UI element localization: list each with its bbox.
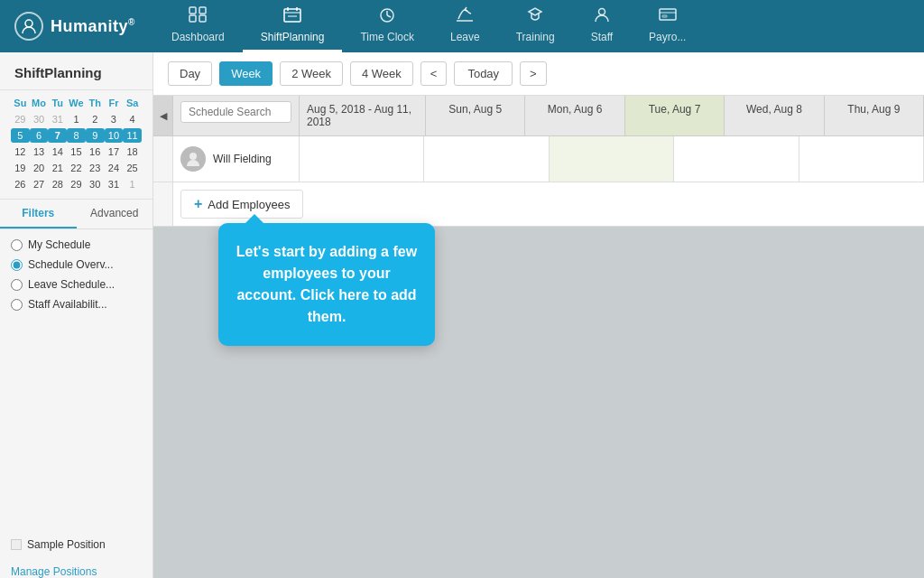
nav-leave-label: Leave bbox=[450, 31, 480, 43]
cal-cell[interactable]: 2 bbox=[86, 112, 105, 126]
day-col-wed: Wed, Aug 8 bbox=[725, 96, 824, 135]
schedule-header-bar: ◀ Aug 5, 2018 - Aug 11, 2018 Sun, Aug 5 … bbox=[153, 96, 924, 136]
timeclock-icon bbox=[378, 6, 396, 27]
cal-cell[interactable]: 13 bbox=[30, 144, 49, 159]
nav-item-staff[interactable]: Staff bbox=[573, 0, 631, 52]
content-area: Day Week 2 Week 4 Week < Today > ◀ Aug 5… bbox=[153, 52, 924, 578]
cal-cell[interactable]: 1 bbox=[123, 177, 142, 191]
date-range: Aug 5, 2018 - Aug 11, 2018 bbox=[300, 96, 426, 135]
nav-item-training[interactable]: Training bbox=[498, 0, 573, 52]
cal-cell[interactable]: 27 bbox=[30, 177, 49, 191]
cal-cell[interactable]: 6 bbox=[30, 128, 49, 143]
cal-cell[interactable]: 23 bbox=[86, 161, 105, 175]
emp-tue-cell bbox=[550, 136, 674, 182]
cal-cell[interactable]: 29 bbox=[67, 177, 86, 191]
cal-cell[interactable]: 11 bbox=[123, 128, 142, 143]
cal-cell[interactable]: 24 bbox=[105, 161, 124, 175]
nav-item-leave[interactable]: Leave bbox=[432, 0, 498, 52]
add-employees-label: Add Employees bbox=[208, 198, 290, 211]
nav-item-dashboard[interactable]: Dashboard bbox=[153, 0, 243, 52]
cal-cell[interactable]: 15 bbox=[67, 144, 86, 159]
cal-cell[interactable]: 19 bbox=[11, 161, 30, 175]
cal-cell[interactable]: 14 bbox=[48, 144, 67, 159]
add-emp-spacer bbox=[153, 182, 173, 226]
filter-schedule-overview[interactable]: Schedule Overv... bbox=[11, 258, 142, 271]
cal-cell[interactable]: 31 bbox=[48, 112, 67, 126]
nav-item-timeclock[interactable]: Time Clock bbox=[342, 0, 432, 52]
cal-cell[interactable]: 8 bbox=[67, 128, 86, 143]
cal-cell[interactable]: 12 bbox=[11, 144, 30, 159]
filter-options: My Schedule Schedule Overv... Leave Sche… bbox=[0, 229, 152, 538]
nav-items: Dashboard ShiftPlanning bbox=[153, 0, 924, 52]
nav-dashboard-label: Dashboard bbox=[171, 31, 225, 43]
next-period-button[interactable]: > bbox=[520, 61, 547, 86]
cal-cell[interactable]: 21 bbox=[48, 161, 67, 175]
nav-payroll-label: Payro... bbox=[649, 31, 686, 43]
mini-calendar: Su Mo Tu We Th Fr Sa 29 30 31 1 2 3 4 5 … bbox=[0, 90, 152, 200]
employee-info: Will Fielding bbox=[173, 136, 300, 182]
tooltip-bubble: Let's start by adding a few employees to… bbox=[218, 223, 435, 346]
svg-point-0 bbox=[25, 20, 32, 27]
emp-mon-cell bbox=[424, 136, 549, 182]
employee-avatar bbox=[180, 146, 206, 172]
filter-my-schedule[interactable]: My Schedule bbox=[11, 238, 142, 251]
cal-cell[interactable]: 16 bbox=[86, 144, 105, 159]
day-col-mon: Mon, Aug 6 bbox=[525, 96, 624, 135]
svg-rect-15 bbox=[660, 9, 676, 20]
cal-cell[interactable]: 26 bbox=[11, 177, 30, 191]
tab-advanced[interactable]: Advanced bbox=[77, 200, 153, 228]
add-employees-button[interactable]: + Add Employees bbox=[180, 190, 303, 219]
day-col-thu: Thu, Aug 9 bbox=[825, 96, 924, 135]
svg-rect-4 bbox=[199, 15, 206, 22]
tab-filters[interactable]: Filters bbox=[0, 200, 77, 228]
collapse-button[interactable]: ◀ bbox=[153, 96, 173, 135]
top-navigation: Humanity® Dashboard bbox=[0, 0, 924, 52]
cal-cell[interactable]: 30 bbox=[30, 112, 49, 126]
cal-cell[interactable]: 29 bbox=[11, 112, 30, 126]
search-column bbox=[173, 96, 300, 135]
cal-cell[interactable]: 20 bbox=[30, 161, 49, 175]
cal-cell[interactable]: 4 bbox=[123, 112, 142, 126]
position-color bbox=[11, 539, 22, 550]
cal-cell[interactable]: 30 bbox=[86, 177, 105, 191]
cal-cell[interactable]: 10 bbox=[105, 128, 124, 143]
schedule-search-input[interactable] bbox=[180, 101, 291, 123]
dashboard-icon bbox=[189, 6, 207, 27]
cal-cell[interactable]: 5 bbox=[11, 128, 30, 143]
cal-cell[interactable]: 22 bbox=[67, 161, 86, 175]
manage-positions-link[interactable]: Manage Positions bbox=[0, 565, 152, 578]
cal-cell[interactable]: 28 bbox=[48, 177, 67, 191]
add-employees-row: + Add Employees Let's start by adding a … bbox=[153, 182, 924, 227]
cal-cell[interactable]: 3 bbox=[105, 112, 124, 126]
cal-cell[interactable]: 31 bbox=[105, 177, 124, 191]
filter-leave-schedule[interactable]: Leave Schedule... bbox=[11, 278, 142, 291]
app-name: Humanity® bbox=[51, 17, 135, 36]
nav-item-payroll[interactable]: Payro... bbox=[631, 0, 704, 52]
view-day-button[interactable]: Day bbox=[168, 61, 212, 86]
svg-rect-2 bbox=[199, 7, 206, 14]
calendar-grid: 29 30 31 1 2 3 4 5 6 7 8 9 10 11 12 13 1… bbox=[11, 112, 142, 191]
svg-rect-5 bbox=[284, 9, 300, 22]
day-col-sun: Sun, Aug 5 bbox=[426, 96, 525, 135]
view-week-button[interactable]: Week bbox=[219, 61, 273, 86]
cal-cell[interactable]: 18 bbox=[123, 144, 142, 159]
filter-staff-availability[interactable]: Staff Availabilit... bbox=[11, 298, 142, 311]
cal-cell-today[interactable]: 7 bbox=[48, 128, 67, 143]
today-button[interactable]: Today bbox=[454, 61, 513, 86]
employee-row: Will Fielding bbox=[153, 136, 924, 182]
nav-item-shiftplanning[interactable]: ShiftPlanning bbox=[243, 0, 343, 52]
chevron-left-icon: ◀ bbox=[160, 110, 167, 122]
cal-cell[interactable]: 25 bbox=[123, 161, 142, 175]
sidebar-title: ShiftPlanning bbox=[0, 52, 152, 90]
cal-cell[interactable]: 1 bbox=[67, 112, 86, 126]
add-employees-wrapper: + Add Employees Let's start by adding a … bbox=[173, 182, 310, 226]
view-4week-button[interactable]: 4 Week bbox=[350, 61, 413, 86]
cal-cell[interactable]: 17 bbox=[105, 144, 124, 159]
prev-period-button[interactable]: < bbox=[420, 61, 448, 86]
cal-cell[interactable]: 9 bbox=[86, 128, 105, 143]
nav-timeclock-label: Time Clock bbox=[360, 31, 414, 43]
view-2week-button[interactable]: 2 Week bbox=[280, 61, 343, 86]
logo-area: Humanity® bbox=[0, 12, 153, 41]
employee-name: Will Fielding bbox=[213, 153, 272, 165]
svg-line-12 bbox=[387, 15, 391, 17]
